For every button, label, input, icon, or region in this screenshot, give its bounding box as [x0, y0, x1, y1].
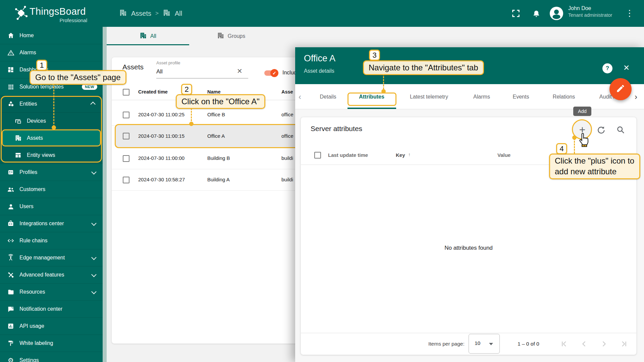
chevron-down-icon: [91, 221, 97, 226]
help-icon[interactable]: ?: [602, 63, 612, 73]
paint-roller-icon: [7, 339, 15, 347]
sidebar-item-devices[interactable]: Devices: [0, 112, 103, 129]
tab-all[interactable]: All: [107, 27, 189, 45]
assets-card-title: Assets: [122, 63, 144, 71]
antenna-icon: [7, 254, 15, 262]
items-per-page-select[interactable]: 10: [469, 334, 500, 354]
clear-icon[interactable]: ✕: [237, 67, 243, 75]
empty-state-text: No attributes found: [301, 245, 636, 251]
user-info[interactable]: John Doe Tenant administrator: [568, 5, 612, 18]
previous-page-icon[interactable]: [579, 339, 589, 350]
first-page-icon[interactable]: [559, 339, 569, 350]
sidebar-item-users[interactable]: Users: [0, 198, 103, 215]
fullscreen-icon[interactable]: [511, 9, 521, 19]
sidebar-item-white-labeling[interactable]: White labeling: [0, 335, 103, 352]
toggle-thumb-check-icon: ✓: [270, 69, 278, 77]
search-icon[interactable]: [616, 125, 625, 136]
entities-group: Entities Devices Assets Entity views: [0, 95, 103, 164]
column-created-time[interactable]: Created time: [138, 89, 168, 95]
chevron-up-icon: [90, 102, 96, 107]
column-asset-profile[interactable]: Asse: [281, 89, 297, 95]
warning-icon: [7, 49, 15, 57]
sidebar-item-api-usage[interactable]: API usage: [0, 317, 103, 335]
avatar[interactable]: [549, 6, 564, 22]
sidebar-item-edge-management[interactable]: Edge management: [0, 249, 103, 266]
person-icon: [7, 202, 15, 210]
tabs-scroll-right-icon[interactable]: ›: [635, 92, 637, 102]
last-page-icon[interactable]: [620, 339, 629, 350]
sidebar-item-notification-center[interactable]: Notification center: [0, 300, 103, 317]
sidebar-scrollbar[interactable]: [103, 27, 107, 362]
chevron-down-icon: [489, 343, 493, 345]
column-name[interactable]: Name: [207, 89, 221, 95]
panel-header: Office A Asset details ? ✕: [295, 47, 644, 84]
tab-groups[interactable]: Groups: [189, 27, 273, 45]
items-per-page-label: Items per page:: [428, 341, 465, 347]
notifications-bell-icon[interactable]: [532, 8, 541, 19]
sidebar-item-settings[interactable]: ⚙ Settings: [0, 352, 103, 362]
attributes-title: Server attributes: [311, 125, 362, 133]
tab-events[interactable]: Events: [513, 84, 529, 109]
sidebar-item-entity-views[interactable]: Entity views: [0, 146, 103, 164]
breadcrumb-assets[interactable]: Assets: [131, 10, 151, 17]
pagination-range: 1 – 0 of 0: [518, 341, 539, 347]
select-all-checkbox[interactable]: [123, 89, 129, 96]
add-tooltip: Add: [573, 107, 591, 116]
building-icon: [217, 32, 224, 41]
tab-attributes[interactable]: Attributes: [359, 84, 384, 109]
pencil-icon: [616, 84, 625, 95]
thingsboard-logo-icon: [13, 5, 29, 23]
next-page-icon[interactable]: [599, 339, 609, 350]
row-checkbox[interactable]: [123, 177, 129, 183]
include-toggle[interactable]: ✓: [264, 70, 278, 76]
add-attribute-button[interactable]: +: [573, 120, 592, 139]
row-checkbox[interactable]: [123, 133, 129, 139]
sort-asc-icon: ↑: [408, 152, 411, 157]
building-icon: [140, 32, 147, 41]
kebab-menu-icon[interactable]: ⋮: [625, 8, 634, 18]
tab-alarms[interactable]: Alarms: [473, 84, 490, 109]
sidebar-item-assets[interactable]: Assets: [2, 129, 101, 146]
sidebar-item-entities[interactable]: Entities: [0, 95, 103, 112]
sidebar-item-solution-templates[interactable]: Solution templates NEW: [0, 78, 103, 95]
sidebar-item-advanced-features[interactable]: Advanced features: [0, 266, 103, 283]
refresh-icon[interactable]: [596, 125, 605, 136]
user-name: John Doe: [568, 5, 612, 11]
apps-grid-icon: [7, 83, 15, 91]
tab-latest-telemetry[interactable]: Latest telemetry: [410, 84, 448, 109]
column-key[interactable]: Key: [396, 152, 405, 158]
user-role: Tenant administrator: [568, 12, 612, 18]
folder-icon: [7, 288, 15, 296]
sidebar-item-integrations-center[interactable]: Integrations center: [0, 215, 103, 232]
brand-name: ThingsBoard: [30, 6, 86, 17]
row-checkbox[interactable]: [123, 112, 129, 118]
sidebar-item-dashboards[interactable]: Dashboards: [0, 61, 103, 78]
column-last-update-time[interactable]: Last update time: [328, 152, 368, 158]
edit-fab-button[interactable]: [609, 78, 632, 100]
sidebar-item-home[interactable]: Home: [0, 27, 103, 44]
sidebar-item-rule-chains[interactable]: Rule chains: [0, 232, 103, 249]
tab-details[interactable]: Details: [320, 84, 336, 109]
integrations-icon: [7, 220, 15, 228]
entities-icon: [7, 100, 15, 108]
gear-icon: ⚙: [7, 356, 15, 362]
breadcrumb-all[interactable]: All: [175, 10, 182, 17]
sidebar-item-alarms[interactable]: Alarms: [0, 44, 103, 61]
profiles-badge-icon: [7, 168, 15, 176]
sort-desc-icon: ↓: [183, 89, 186, 95]
message-icon: [7, 305, 15, 313]
asset-profile-select[interactable]: All: [156, 68, 163, 75]
select-all-checkbox[interactable]: [314, 152, 321, 159]
row-checkbox[interactable]: [123, 155, 129, 162]
chevron-down-icon: [91, 272, 97, 277]
close-icon[interactable]: ✕: [623, 63, 630, 72]
top-bar: ThingsBoard Professional Assets > All Jo…: [0, 0, 644, 27]
sidebar-item-resources[interactable]: Resources: [0, 283, 103, 300]
column-value[interactable]: Value: [497, 152, 511, 158]
devices-icon: [14, 117, 22, 125]
sidebar-item-customers[interactable]: Customers: [0, 181, 103, 198]
tabs-scroll-left-icon[interactable]: ‹: [299, 92, 301, 102]
sidebar-item-profiles[interactable]: Profiles: [0, 164, 103, 181]
tab-relations[interactable]: Relations: [553, 84, 575, 109]
tools-icon: [7, 271, 15, 279]
